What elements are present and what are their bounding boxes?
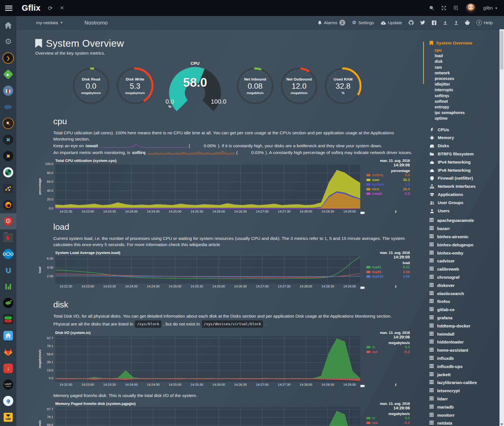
search-icon[interactable]: [429, 6, 434, 10]
legend-user[interactable]: user35.3: [366, 178, 410, 182]
sidebar-app-gitlab-ce[interactable]: gitlab-ce: [430, 306, 499, 314]
sidebar-subitem-ram[interactable]: ram: [435, 64, 499, 70]
sidebar-section-applications[interactable]: Applications: [430, 191, 499, 199]
sidebar-app-monitorr[interactable]: monitorr: [430, 411, 499, 420]
sidebar-grapes-folder-icon[interactable]: [0, 229, 16, 246]
sidebar-home-icon[interactable]: [0, 17, 16, 34]
legend-system[interactable]: system2.3: [366, 182, 410, 187]
sidebar-download-red-icon[interactable]: ↓: [0, 360, 16, 376]
refresh-icon[interactable]: ⟳: [48, 5, 53, 11]
sidebar-app-binhex-airsonic[interactable]: binhex-airsonic: [430, 233, 499, 241]
sidebar-app-influxdb-ups[interactable]: influxdb-ups: [430, 363, 499, 371]
sidebar-subitem-idlejitter[interactable]: idlejitter: [435, 81, 499, 87]
chart-plot[interactable]: [55, 256, 360, 284]
sidebar-section-cpus[interactable]: CPUs: [430, 126, 499, 134]
sidebar-x-yellow-icon[interactable]: ✕: [0, 148, 16, 164]
sidebar-grafana-icon[interactable]: [0, 197, 16, 213]
chart-resize-handle[interactable]: ▲▼: [360, 209, 410, 215]
legend-load15[interactable]: load152.06: [366, 274, 410, 279]
sidebar-section-memory[interactable]: Memory: [430, 134, 499, 142]
sidebar-gear-icon[interactable]: ⚙: [0, 34, 16, 50]
sidebar-subitem-processes[interactable]: processes: [435, 76, 499, 81]
sidebar-section-firewall-netfilter-[interactable]: Firewall (netfilter): [430, 174, 499, 182]
server-dropdown[interactable]: my-netdata ▼: [36, 20, 63, 25]
sidebar-app-calibreweb[interactable]: calibreweb: [430, 265, 499, 273]
sidebar-subitem-cpu[interactable]: cpu: [435, 47, 499, 53]
chart-resize-handle[interactable]: ▲▼: [360, 284, 410, 290]
sidebar-app-netdata[interactable]: netdata: [430, 419, 499, 426]
print-icon[interactable]: [465, 21, 476, 25]
sidebar-app-diskover[interactable]: diskover: [430, 282, 499, 290]
alarms-button[interactable]: Alarms 2: [318, 20, 352, 26]
sidebar-section-network-interfaces[interactable]: Network Interfaces: [430, 182, 499, 191]
sidebar-app-hiddenloader[interactable]: hiddenloader: [430, 338, 499, 346]
chart-plot[interactable]: [55, 336, 360, 382]
scrollbar-thumb[interactable]: [500, 30, 503, 70]
scrollbar-down-arrow[interactable]: [500, 423, 503, 425]
sidebar-app-mariadb[interactable]: mariadb: [430, 403, 499, 411]
sidebar-app-bazarr[interactable]: bazarr: [430, 225, 499, 233]
sidebar-home-assistant-icon[interactable]: [0, 327, 16, 344]
sidebar-app-firefox[interactable]: firefox: [430, 298, 499, 306]
sidebar-app-chronograf[interactable]: chronograf: [430, 273, 499, 282]
update-button[interactable]: Update: [381, 20, 409, 25]
softirq-sparkline[interactable]: [147, 150, 235, 155]
sidebar-subitem-load[interactable]: load: [435, 53, 499, 59]
legend-in[interactable]: in0.0: [366, 345, 410, 350]
sidebar-subitem-entropy[interactable]: entropy: [435, 104, 499, 110]
sidebar-app-lazylibrarian-calibre[interactable]: lazylibrarian-calibre: [430, 379, 499, 387]
sidebar-app-influxdb[interactable]: influxdb: [430, 354, 499, 363]
sidebar-pinwheel-icon[interactable]: [0, 164, 16, 180]
user-menu[interactable]: gilbn ▼: [483, 6, 498, 11]
cpu-gauge[interactable]: CPU 58.0 0.0 100.0 %: [163, 62, 227, 110]
sidebar-unifi-icon[interactable]: U: [0, 262, 16, 278]
settings-button[interactable]: ⚙ Settings: [352, 20, 381, 25]
legend-in[interactable]: in0.0: [366, 416, 410, 421]
gauge-disk-read[interactable]: Disk Read 0.0 megabytes/s: [71, 66, 111, 106]
sidebar-section-btrfs-filesystem[interactable]: BTRFS filesystem: [430, 150, 499, 158]
scrollbar[interactable]: [499, 29, 504, 426]
sidebar-app-lidarr[interactable]: lidarr: [430, 395, 499, 403]
sidebar-subitem-network[interactable]: network: [435, 70, 499, 76]
sidebar-app-jackett[interactable]: jackett: [430, 371, 499, 379]
user-avatar[interactable]: [466, 3, 476, 13]
sidebar-section-ipv4-networking[interactable]: IPv4 Networking: [430, 158, 499, 166]
sidebar-nextcloud-icon[interactable]: [0, 246, 16, 262]
sidebar-lilypad-icon[interactable]: [0, 295, 16, 311]
hamburger-menu-button[interactable]: [5, 6, 12, 11]
sidebar-app-letsencrypt[interactable]: letsencrypt: [430, 387, 499, 395]
sidebar-gitlab-icon[interactable]: [0, 344, 16, 360]
sidebar-unraid-icon[interactable]: [0, 278, 16, 295]
sidebar-x-white-icon[interactable]: ✕: [0, 131, 16, 148]
sidebar-subitem-ipc-semaphores[interactable]: ipc semaphores: [435, 110, 499, 115]
close-icon[interactable]: ✕: [60, 6, 64, 10]
legend-load5[interactable]: load52.68: [366, 270, 410, 275]
chart-resize-handle[interactable]: ▲▼: [360, 382, 410, 388]
sidebar-plex-icon[interactable]: ❯: [0, 50, 16, 66]
legend-nice[interactable]: nice20.4: [366, 187, 410, 192]
sidebar-app-binhex-emby[interactable]: binhex-emby: [430, 249, 499, 257]
sidebar-subitem-disk[interactable]: disk: [435, 59, 499, 64]
sidebar-monitorr-icon[interactable]: OnlineOffline: [0, 311, 16, 327]
sidebar-section-users[interactable]: Users: [430, 207, 499, 215]
legend-load1[interactable]: load16.51: [366, 265, 410, 270]
sidebar-jackett-icon[interactable]: [0, 115, 16, 131]
sidebar-subitem-uptime[interactable]: uptime: [435, 115, 499, 121]
sidebar-lazylibrarian-icon[interactable]: LAZY: [0, 376, 16, 393]
legend-softirq[interactable]: softirq0.0: [366, 173, 410, 178]
sidebar-red-shield-icon[interactable]: [0, 213, 16, 229]
gauge-net-inbound[interactable]: Net Inbound 0.08 megabits/s: [235, 66, 275, 106]
gauge-used-ram[interactable]: Used RAM 32.8 %: [323, 66, 363, 106]
legend-out[interactable]: out-5.2: [366, 421, 410, 425]
sidebar-app-cadvisor[interactable]: cadvisor: [430, 257, 499, 265]
github-icon[interactable]: [409, 20, 420, 25]
facebook-icon[interactable]: [432, 21, 443, 25]
sidebar-app-grafana[interactable]: grafana: [430, 314, 499, 322]
fullscreen-icon[interactable]: [441, 6, 446, 10]
sidebar-section-ipv6-networking[interactable]: IPv6 Networking: [430, 166, 499, 175]
sidebar-subitem-softirqs[interactable]: softirqs: [435, 93, 499, 99]
sidebar-deluge-icon[interactable]: [0, 393, 16, 409]
sidebar-system-overview[interactable]: System Overview: [430, 41, 499, 46]
sidebar-waveform-icon[interactable]: [0, 99, 16, 115]
chart-plot[interactable]: [55, 164, 360, 209]
